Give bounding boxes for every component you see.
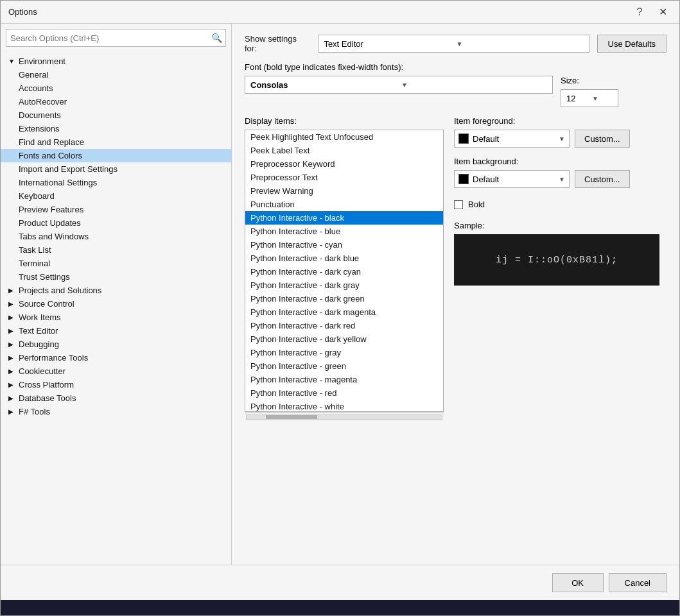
- show-settings-chevron: ▼: [456, 40, 583, 47]
- list-item[interactable]: Python Interactive - dark gray: [245, 278, 443, 292]
- foreground-custom-button[interactable]: Custom...: [575, 130, 630, 148]
- use-defaults-button[interactable]: Use Defaults: [597, 35, 667, 53]
- list-item[interactable]: Python Interactive - white: [245, 400, 443, 412]
- display-list[interactable]: Peek Highlighted Text Unfocused Peek Lab…: [245, 130, 444, 412]
- keyboard-label: Keyboard: [19, 191, 55, 201]
- item-foreground-label: Item foreground:: [454, 116, 667, 126]
- tree-item-projects[interactable]: ▶ Projects and Solutions: [1, 284, 231, 297]
- bold-label: Bold: [468, 200, 485, 209]
- foreground-value: Default: [473, 134, 499, 144]
- display-items-label: Display items:: [245, 116, 444, 126]
- options-dialog: Options ? ✕ 🔍 ▼ Environment General: [0, 0, 680, 616]
- list-item[interactable]: Python Interactive - red: [245, 386, 443, 400]
- list-item[interactable]: Python Interactive - green: [245, 359, 443, 373]
- tree-item-keyboard[interactable]: Keyboard: [1, 189, 231, 203]
- fstools-label: F# Tools: [19, 407, 50, 416]
- list-item[interactable]: Python Interactive - dark cyan: [245, 265, 443, 278]
- size-dropdown[interactable]: 12 ▼: [561, 89, 618, 107]
- background-custom-button[interactable]: Custom...: [575, 170, 630, 188]
- tree-item-workitems[interactable]: ▶ Work Items: [1, 311, 231, 324]
- tree-item-crossplatform[interactable]: ▶ Cross Platform: [1, 378, 231, 391]
- list-item[interactable]: Punctuation: [245, 198, 443, 211]
- list-item[interactable]: Preprocessor Keyword: [245, 157, 443, 171]
- show-settings-value: Text Editor: [324, 39, 451, 49]
- tree-item-debugging[interactable]: ▶ Debugging: [1, 338, 231, 351]
- texteditor-arrow: ▶: [8, 327, 16, 334]
- tree-item-preview[interactable]: Preview Features: [1, 203, 231, 216]
- list-item[interactable]: Python Interactive - dark blue: [245, 252, 443, 265]
- list-item[interactable]: Python Interactive - dark magenta: [245, 305, 443, 319]
- tree-item-documents[interactable]: Documents: [1, 108, 231, 122]
- tree-item-fontscolors[interactable]: Fonts and Colors: [1, 149, 231, 162]
- bold-row: Bold: [454, 200, 667, 209]
- close-button[interactable]: ✕: [654, 3, 672, 21]
- search-box[interactable]: 🔍: [6, 29, 226, 47]
- tree-item-dbtools[interactable]: ▶ Database Tools: [1, 391, 231, 405]
- tree-item-cookiecutter[interactable]: ▶ Cookiecutter: [1, 364, 231, 378]
- tree-item-findreplace[interactable]: Find and Replace: [1, 135, 231, 149]
- h-scroll-track[interactable]: [246, 415, 442, 420]
- item-foreground-dropdown[interactable]: Default ▼: [454, 130, 570, 148]
- debugging-label: Debugging: [19, 339, 59, 349]
- tree-item-perftools[interactable]: ▶ Performance Tools: [1, 351, 231, 364]
- item-foreground-group: Item foreground: Default ▼ Custom...: [454, 116, 667, 148]
- list-item[interactable]: Peek Label Text: [245, 144, 443, 157]
- help-button[interactable]: ?: [631, 3, 649, 21]
- tree-item-trustsettings[interactable]: Trust Settings: [1, 270, 231, 284]
- horizontal-scrollbar[interactable]: [245, 412, 444, 421]
- tree-item-extensions[interactable]: Extensions: [1, 122, 231, 135]
- ok-button[interactable]: OK: [552, 573, 604, 592]
- list-item[interactable]: Python Interactive - magenta: [245, 373, 443, 386]
- extensions-label: Extensions: [19, 124, 60, 133]
- bold-checkbox[interactable]: [454, 200, 463, 209]
- title-bar-controls: ? ✕: [631, 3, 672, 21]
- fontscolors-label: Fonts and Colors: [19, 151, 82, 160]
- show-settings-label: Show settings for:: [245, 34, 302, 53]
- tree-item-importexport[interactable]: Import and Export Settings: [1, 162, 231, 176]
- list-item-selected[interactable]: Python Interactive - black: [245, 211, 443, 225]
- item-background-label: Item background:: [454, 157, 667, 166]
- list-item[interactable]: Peek Highlighted Text Unfocused: [245, 130, 443, 144]
- size-group: Size: 12 ▼: [561, 76, 618, 107]
- list-item[interactable]: Python Interactive - dark yellow: [245, 332, 443, 346]
- show-settings-row: Show settings for: Text Editor ▼ Use Def…: [245, 34, 667, 53]
- tree-item-terminal[interactable]: Terminal: [1, 257, 231, 270]
- list-item[interactable]: Python Interactive - dark green: [245, 292, 443, 305]
- tree-item-tasklist[interactable]: Task List: [1, 243, 231, 257]
- list-item[interactable]: Preprocessor Text: [245, 171, 443, 184]
- left-panel: 🔍 ▼ Environment General Accounts AutoRec…: [1, 24, 232, 565]
- show-settings-dropdown[interactable]: Text Editor ▼: [318, 35, 589, 53]
- tree-item-productupdates[interactable]: Product Updates: [1, 216, 231, 230]
- taskbar-hint: [1, 600, 679, 615]
- dialog-title: Options: [8, 7, 631, 17]
- preview-label: Preview Features: [19, 205, 83, 214]
- item-background-dropdown[interactable]: Default ▼: [454, 170, 570, 188]
- productupdates-label: Product Updates: [19, 218, 81, 228]
- list-item[interactable]: Python Interactive - gray: [245, 346, 443, 359]
- list-item[interactable]: Preview Warning: [245, 184, 443, 198]
- debugging-arrow: ▶: [8, 341, 16, 348]
- tree-item-general[interactable]: General: [1, 68, 231, 81]
- tree-item-accounts[interactable]: Accounts: [1, 81, 231, 95]
- font-dropdown[interactable]: Consolas ▼: [245, 76, 553, 94]
- tree-item-texteditor[interactable]: ▶ Text Editor: [1, 324, 231, 338]
- display-items-column: Display items: Peek Highlighted Text Unf…: [245, 116, 444, 554]
- search-input[interactable]: [6, 33, 207, 43]
- tree-item-environment[interactable]: ▼ Environment: [1, 55, 231, 68]
- cancel-button[interactable]: Cancel: [609, 573, 667, 592]
- h-scroll-thumb[interactable]: [266, 415, 317, 419]
- perftools-label: Performance Tools: [19, 353, 88, 363]
- tree-item-sourcecontrol[interactable]: ▶ Source Control: [1, 297, 231, 311]
- tree-view: ▼ Environment General Accounts AutoRecov…: [1, 52, 231, 565]
- list-item[interactable]: Python Interactive - blue: [245, 225, 443, 238]
- tree-item-international[interactable]: International Settings: [1, 176, 231, 189]
- list-item[interactable]: Python Interactive - dark red: [245, 319, 443, 332]
- general-label: General: [19, 70, 48, 80]
- item-foreground-row: Default ▼ Custom...: [454, 130, 667, 148]
- perftools-arrow: ▶: [8, 354, 16, 361]
- tree-item-tabswindows[interactable]: Tabs and Windows: [1, 230, 231, 243]
- tree-item-fstools[interactable]: ▶ F# Tools: [1, 405, 231, 418]
- sample-label: Sample:: [454, 221, 667, 230]
- tree-item-autorecover[interactable]: AutoRecover: [1, 95, 231, 108]
- list-item[interactable]: Python Interactive - cyan: [245, 238, 443, 252]
